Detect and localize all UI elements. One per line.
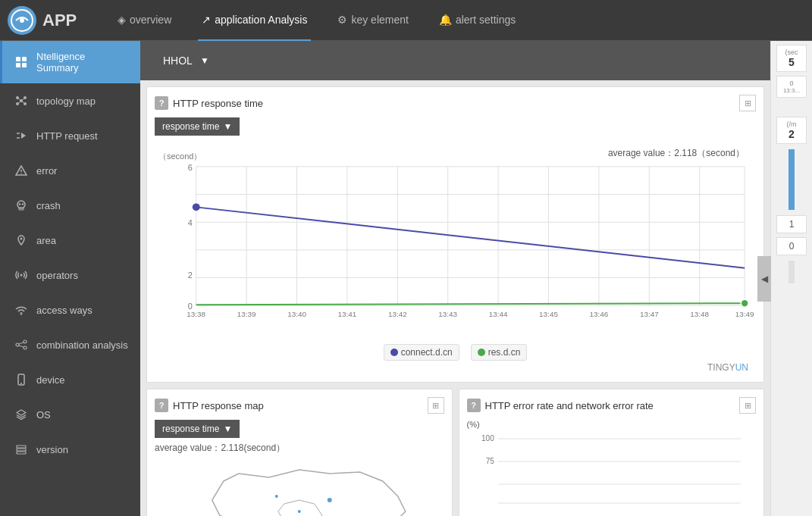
error-title: HTTP error rate and network error rate: [485, 400, 654, 411]
sidebar-item-ntelligence-summary[interactable]: Ntelligence Summary: [0, 41, 140, 83]
map-panel-header: ? HTTP response map ⊞: [155, 397, 444, 414]
alert-icon: 🔔: [439, 14, 452, 26]
avg-value: average value：2.118（second）: [608, 147, 745, 160]
sidebar-item-access-ways[interactable]: access ways: [0, 292, 140, 327]
svg-point-69: [741, 299, 748, 307]
pin-icon: [14, 233, 29, 248]
svg-point-26: [24, 346, 27, 349]
collapse-button[interactable]: ◀: [757, 256, 771, 302]
panel-header: ? HTTP response time ⊞: [155, 95, 756, 111]
sidebar-item-operators[interactable]: operators: [0, 258, 140, 292]
svg-point-21: [20, 238, 23, 240]
sidebar-item-combination-analysis[interactable]: combination analysis: [0, 327, 140, 362]
panel-title: HTTP response time: [173, 98, 263, 109]
sidebar-item-os[interactable]: OS: [0, 397, 140, 432]
wifi-icon: [14, 302, 29, 317]
nav-overview[interactable]: ◈ overview: [114, 0, 175, 41]
panel-title-area: ? HTTP response time: [155, 96, 263, 110]
svg-text:13:46: 13:46: [590, 310, 609, 318]
error-panel-header: ? HTTP error rate and network error rate…: [467, 397, 757, 414]
sidebar-item-crash[interactable]: crash: [0, 188, 140, 223]
content-area: HHOL ▼ ? HTTP response time ⊞ response t…: [140, 41, 770, 516]
nav-application-analysis[interactable]: ↗ application Analysis: [198, 0, 311, 41]
layers-icon: [14, 407, 29, 422]
legend-dot-connect: [390, 349, 398, 356]
sidebar: Ntelligence Summary topology map: [0, 41, 140, 516]
svg-text:13:49: 13:49: [735, 310, 754, 318]
svg-rect-33: [17, 452, 26, 454]
svg-point-23: [20, 314, 22, 315]
top-navigation: APP ◈ overview ↗ application Analysis ⚙ …: [0, 0, 812, 41]
sidebar-label: operators: [36, 270, 78, 281]
svg-point-19: [19, 203, 20, 205]
overview-icon: ◈: [118, 14, 126, 26]
map-title-area: ? HTTP response map: [155, 399, 264, 412]
right-panel-bar-2: [788, 261, 795, 283]
error-y-label: (%): [467, 420, 757, 429]
arrow-icon: [14, 128, 29, 143]
svg-text:13:47: 13:47: [640, 310, 659, 318]
sidebar-item-device[interactable]: device: [0, 362, 140, 397]
svg-text:2: 2: [188, 271, 193, 280]
svg-point-22: [20, 274, 23, 277]
svg-line-14: [21, 101, 25, 104]
sidebar-item-error[interactable]: error: [0, 153, 140, 188]
svg-text:13:39: 13:39: [237, 310, 256, 318]
sidebar-item-topology-map[interactable]: topology map: [0, 83, 140, 118]
svg-text:4: 4: [188, 218, 193, 227]
nav-alert-settings[interactable]: 🔔 alert settings: [435, 0, 519, 41]
expand-icon[interactable]: ⊞: [739, 95, 756, 111]
tingyun-yun: UN: [735, 362, 748, 373]
legend-connect: connect.d.cn: [384, 344, 459, 361]
svg-point-72: [275, 495, 278, 498]
share-icon: [14, 337, 29, 352]
svg-text:13:40: 13:40: [287, 310, 306, 318]
svg-point-24: [16, 343, 19, 346]
response-time-dropdown[interactable]: response time ▼: [155, 117, 240, 136]
nav-items: ◈ overview ↗ application Analysis ⚙ key …: [114, 0, 804, 41]
svg-point-71: [298, 510, 301, 513]
warning-icon: [14, 163, 29, 178]
analysis-icon: ↗: [202, 14, 211, 26]
svg-line-28: [19, 346, 24, 347]
response-time-svg: 6 4 2 0 13:38 13:39 13:40 13:41 13:42 13…: [174, 147, 760, 329]
sidebar-label: topology map: [36, 95, 96, 107]
right-panel-zero: 0: [776, 237, 807, 255]
svg-point-70: [328, 498, 332, 502]
svg-text:13:41: 13:41: [338, 310, 357, 318]
key-element-icon: ⚙: [337, 14, 347, 26]
error-help-icon[interactable]: ?: [467, 399, 481, 412]
sidebar-label: access ways: [36, 305, 92, 316]
map-expand-icon[interactable]: ⊞: [428, 397, 444, 414]
error-chart: 100 75: [467, 431, 757, 507]
nav-key-element[interactable]: ⚙ key element: [334, 0, 412, 41]
hhol-dropdown[interactable]: HHOL ▼: [152, 48, 243, 73]
tingyun-ting: TINGY: [707, 362, 735, 373]
sidebar-item-area[interactable]: area: [0, 223, 140, 258]
mobile-icon: [14, 372, 29, 387]
logo-area: APP: [8, 6, 99, 35]
legend-dot-res: [478, 349, 485, 356]
sidebar-item-http-request[interactable]: HTTP request: [0, 118, 140, 153]
sidebar-label: OS: [36, 409, 51, 421]
svg-text:13:48: 13:48: [690, 310, 709, 318]
svg-text:6: 6: [188, 163, 193, 172]
right-panel-one: 1: [776, 215, 807, 233]
svg-rect-2: [16, 57, 20, 61]
map-visual: [155, 458, 444, 516]
http-response-time-panel: ? HTTP response time ⊞ response time ▼ a…: [146, 86, 764, 383]
svg-text:13:43: 13:43: [438, 310, 457, 318]
svg-point-20: [22, 203, 24, 205]
map-time-dropdown[interactable]: response time ▼: [155, 420, 240, 438]
sidebar-label: device: [36, 374, 65, 386]
svg-text:13:45: 13:45: [539, 310, 558, 318]
svg-rect-3: [22, 57, 27, 61]
map-help-icon[interactable]: ?: [155, 399, 168, 412]
right-panel-bar: [788, 149, 795, 210]
sidebar-label: combination analysis: [36, 339, 128, 351]
sidebar-item-version[interactable]: version: [0, 432, 140, 467]
svg-point-68: [193, 203, 200, 211]
help-icon[interactable]: ?: [155, 96, 168, 110]
sidebar-label: error: [36, 165, 57, 177]
error-expand-icon[interactable]: ⊞: [739, 397, 756, 414]
